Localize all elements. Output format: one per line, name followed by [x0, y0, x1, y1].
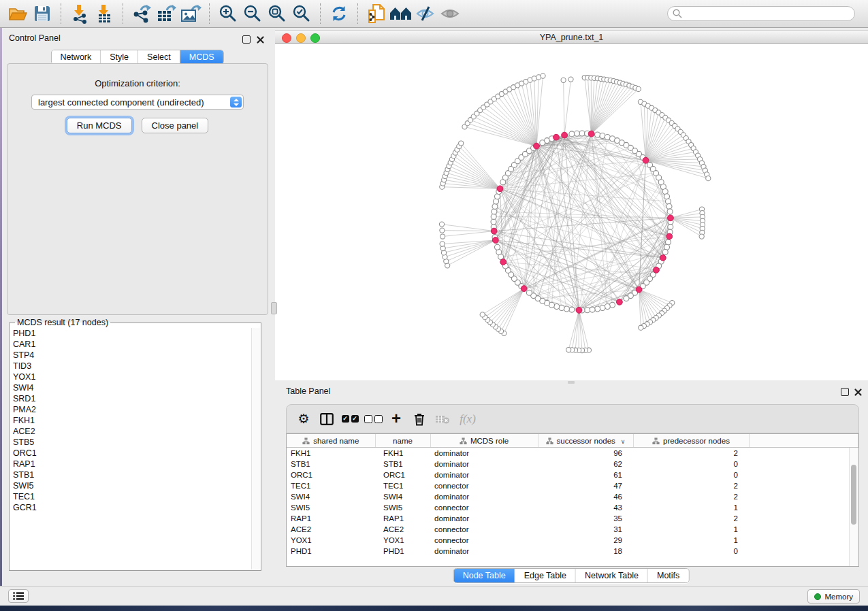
mcds-result-list: PHD1CAR1STP4TID3YOX1SWI4SRD1PMA2FKH1ACE2…: [10, 327, 261, 566]
table-row[interactable]: SWI5SWI5connector431: [287, 502, 858, 513]
close-panel-button[interactable]: Close panel: [142, 118, 209, 133]
mcds-result-item[interactable]: PHD1: [13, 328, 257, 339]
mcds-result-item[interactable]: STP4: [13, 350, 257, 361]
column-header-predecessor-nodes[interactable]: predecessor nodes: [633, 434, 749, 448]
tab-network-table[interactable]: Network Table: [576, 569, 648, 582]
refresh-button[interactable]: [327, 2, 351, 25]
deselect-all-button[interactable]: [361, 408, 385, 430]
mcds-result-item[interactable]: SWI4: [13, 382, 257, 393]
column-header-shared-name[interactable]: shared name: [287, 434, 375, 448]
tab-motifs[interactable]: Motifs: [648, 569, 688, 582]
checked-box-icon: ✓: [351, 415, 359, 423]
tab-style[interactable]: Style: [101, 50, 138, 64]
mcds-result-item[interactable]: STB5: [13, 437, 257, 448]
toolbar-separator: [357, 3, 358, 24]
application-window: Control Panel NetworkStyleSelectMCDS Opt…: [0, 0, 868, 611]
zoom-in-button[interactable]: [216, 2, 240, 25]
column-header-mcds-role[interactable]: MCDS role: [430, 434, 538, 448]
fx-icon: f(x): [455, 412, 476, 426]
save-session-button[interactable]: [30, 2, 54, 25]
search-icon: [673, 9, 682, 18]
desktop-wallpaper-bottom: [0, 606, 868, 611]
mcds-result-item[interactable]: TEC1: [13, 491, 257, 502]
mcds-result-item[interactable]: PMA2: [13, 404, 257, 415]
zoom-out-button[interactable]: [240, 2, 265, 25]
show-columns-button[interactable]: [315, 408, 338, 430]
mcds-result-item[interactable]: TID3: [13, 361, 257, 371]
memory-button[interactable]: Memory: [807, 589, 860, 604]
close-panel-icon[interactable]: [256, 35, 265, 44]
network-window-titlebar[interactable]: YPA_prune.txt_1: [275, 30, 868, 44]
tab-mcds[interactable]: MCDS: [180, 50, 223, 64]
network-canvas[interactable]: [275, 44, 868, 380]
import-network-button[interactable]: [67, 2, 92, 25]
mcds-result-item[interactable]: YOX1: [13, 371, 257, 382]
search-input[interactable]: [667, 6, 855, 21]
export-table-button[interactable]: [154, 2, 178, 25]
mcds-result-item[interactable]: SWI5: [13, 480, 257, 491]
float-panel-icon[interactable]: [242, 35, 251, 44]
table-row[interactable]: STB1STB1dominator620: [287, 459, 858, 469]
mcds-result-item[interactable]: ORC1: [13, 448, 257, 459]
import-network-icon: [70, 3, 89, 24]
zoom-selected-button[interactable]: [289, 2, 314, 25]
run-mcds-button[interactable]: Run MCDS: [67, 118, 132, 133]
mcds-result-box: MCDS result (17 nodes) PHD1CAR1STP4TID3Y…: [9, 318, 261, 571]
select-all-button[interactable]: ✓✓: [338, 408, 361, 430]
mcds-result-item[interactable]: SRD1: [13, 393, 257, 404]
tab-edge-table[interactable]: Edge Table: [515, 569, 576, 582]
table-scrollbar-thumb[interactable]: [851, 465, 856, 525]
column-header-successor-nodes[interactable]: successor nodes∨: [538, 434, 633, 448]
table-row[interactable]: TEC1TEC1connector472: [287, 480, 858, 491]
control-panel-title: Control Panel: [9, 33, 61, 43]
table-scrollbar[interactable]: [849, 448, 858, 566]
status-menu-button[interactable]: [8, 589, 29, 603]
open-session-button[interactable]: [5, 2, 30, 25]
table-row[interactable]: YOX1YOX1connector291: [287, 535, 858, 546]
float-table-panel-icon[interactable]: [841, 388, 849, 396]
export-network-button[interactable]: [129, 2, 154, 25]
open-folder-icon: [7, 5, 28, 22]
mcds-result-item[interactable]: RAP1: [13, 459, 257, 469]
network-graph[interactable]: [275, 44, 868, 380]
table-row[interactable]: SWI4SWI4dominator462: [287, 491, 858, 502]
mcds-result-item[interactable]: CAR1: [13, 339, 257, 350]
zoom-fit-button[interactable]: [265, 2, 289, 25]
plus-icon: +: [391, 410, 401, 427]
column-header-name[interactable]: name: [375, 434, 430, 448]
close-table-panel-icon[interactable]: [854, 388, 863, 397]
mcds-result-item[interactable]: STB1: [13, 469, 257, 480]
mcds-result-item[interactable]: ACE2: [13, 426, 257, 437]
import-table-button[interactable]: [92, 2, 116, 25]
hide-graphics-details-button[interactable]: [413, 2, 438, 25]
vertical-split-handle[interactable]: [271, 302, 277, 314]
show-graphics-details-button[interactable]: [438, 2, 462, 25]
tab-select[interactable]: Select: [138, 50, 180, 64]
delete-table-button[interactable]: [431, 408, 454, 430]
export-image-button[interactable]: [178, 2, 203, 25]
network-analyzer-button[interactable]: [389, 2, 413, 25]
mcds-result-item[interactable]: GCR1: [13, 502, 257, 513]
table-row[interactable]: FKH1FKH1dominator962: [287, 448, 858, 459]
table-settings-button[interactable]: ⚙: [292, 408, 315, 430]
table-row[interactable]: ORC1ORC1dominator610: [287, 469, 858, 480]
table-row[interactable]: PHD1PHD1dominator180: [287, 546, 858, 557]
function-builder-button[interactable]: f(x): [454, 408, 477, 430]
create-column-button[interactable]: +: [385, 408, 408, 430]
table-header-row: shared namenameMCDS rolesuccessor nodes∨…: [287, 434, 858, 448]
table-row[interactable]: ACE2ACE2connector311: [287, 524, 858, 535]
refresh-icon: [329, 4, 349, 23]
export-network-icon: [131, 3, 152, 24]
optimization-criterion-select[interactable]: largest connected component (undirected): [31, 95, 244, 110]
toolbar-separator: [209, 3, 210, 24]
tab-network[interactable]: Network: [51, 50, 101, 64]
tab-node-table[interactable]: Node Table: [454, 569, 515, 582]
select-stepper-icon: [230, 97, 242, 108]
table-row[interactable]: RAP1RAP1dominator352: [287, 513, 858, 524]
share-document-button[interactable]: [364, 2, 389, 25]
delete-column-button[interactable]: [408, 408, 431, 430]
import-table-icon: [95, 3, 114, 24]
mcds-result-scrollbar[interactable]: [251, 328, 260, 569]
mcds-result-item[interactable]: FKH1: [13, 415, 257, 426]
unchecked-box-icon: [364, 415, 372, 423]
